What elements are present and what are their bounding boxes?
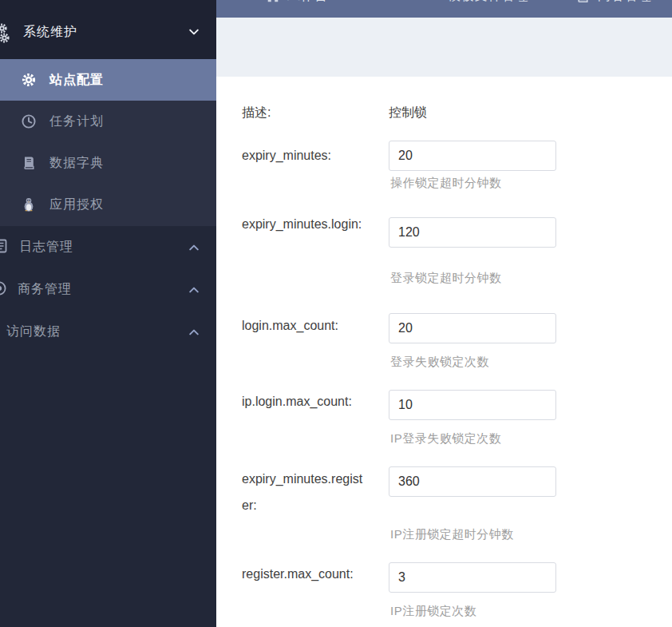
sidebar-group-label: 访问数据 [6, 323, 61, 340]
form-label: register.max_count: [242, 561, 364, 587]
sidebar-item-label: 站点配置 [49, 72, 104, 89]
form-label: login.max_count: [242, 312, 364, 339]
form-panel: 描述:控制锁expiry_minutes:操作锁定超时分钟数expiry_min… [216, 77, 672, 627]
code-icon: </> [425, 0, 441, 2]
sidebar-item-1[interactable]: 任务计划 [0, 101, 216, 142]
sidebar-item-active[interactable]: 站点配置 [0, 59, 216, 101]
book-icon [21, 155, 37, 171]
building-icon [266, 0, 280, 3]
sidebar-group-label: 日志管理 [19, 239, 73, 256]
form-help-text: IP注册锁定超时分钟数 [390, 526, 514, 543]
sidebar-group-label: 系统维护 [23, 24, 77, 41]
topbar-item-label: 模板文件管理 [448, 0, 529, 5]
form-help-text: 登录锁定超时分钟数 [390, 269, 502, 287]
sidebar-item-label: 数据字典 [49, 155, 104, 172]
form-label: 描述: [242, 99, 364, 125]
form-label: expiry_minutes: [242, 142, 364, 169]
sidebar-group-system-maintenance[interactable]: 系统维护 [0, 5, 216, 59]
chevron-down-icon [188, 26, 200, 38]
clock-icon [21, 113, 37, 129]
topbar-item-2[interactable]: 内容管理 [575, 0, 652, 18]
sidebar-group-label: 商务管理 [18, 281, 72, 298]
form-help-text: 操作锁定超时分钟数 [390, 174, 502, 192]
form-label: expiry_minutes.login: [242, 211, 364, 237]
form-input[interactable] [389, 313, 556, 343]
penguin-icon [21, 196, 37, 212]
topbar-item-label: 内容管理 [598, 0, 652, 5]
sidebar-group-0[interactable]: 日志管理 [0, 226, 216, 268]
chevron-up-icon [188, 284, 200, 296]
form-label: expiry_minutes.register: [242, 466, 364, 518]
chevron-up-icon [188, 241, 200, 254]
form-help-text: IP注册锁定次数 [390, 602, 476, 620]
form-help-text: 登录失败锁定次数 [390, 353, 489, 371]
sidebar-group-2[interactable]: 访问数据 [0, 311, 216, 353]
chevron-up-icon [188, 326, 200, 339]
topbar-item-0[interactable]: 工作台 [266, 0, 328, 18]
commerce-icon [0, 280, 7, 300]
sidebar-group-1[interactable]: 商务管理 [0, 268, 216, 311]
sidebar: 用户管理 系统维护 站点配置 任务计划 数据字典 应用授权 日志管理 商务管理 … [0, 0, 216, 627]
form-input[interactable] [389, 390, 556, 420]
form-input[interactable] [389, 466, 556, 497]
gear-icon [21, 72, 37, 88]
form-input[interactable] [389, 141, 556, 171]
form-static-value: 控制锁 [389, 99, 427, 125]
form-input[interactable] [389, 217, 556, 248]
book-icon [575, 0, 591, 4]
topbar-item-label: 工作台 [287, 0, 328, 5]
sidebar-item-2[interactable]: 数据字典 [0, 142, 216, 184]
log-icon [0, 238, 9, 257]
form-help-text: IP登录失败锁定次数 [390, 430, 501, 447]
topbar: « 工作台</>模板文件管理内容管理 [216, 0, 672, 18]
sidebar-item-3[interactable]: 应用授权 [0, 184, 216, 225]
sidebar-item-label: 任务计划 [49, 113, 104, 130]
form-input[interactable] [389, 562, 556, 593]
form-label: ip.login.max_count: [242, 388, 364, 415]
content-background [216, 18, 672, 77]
screen: 用户管理 系统维护 站点配置 任务计划 数据字典 应用授权 日志管理 商务管理 … [0, 0, 672, 627]
sidebar-item-label: 应用授权 [49, 196, 104, 213]
sidebar-submenu: 站点配置 任务计划 数据字典 应用授权 [0, 59, 216, 226]
sidebar-groups: 日志管理 商务管理 访问数据 [0, 226, 216, 627]
topbar-item-1[interactable]: </>模板文件管理 [425, 0, 529, 18]
collapse-sidebar-icon[interactable]: « [224, 0, 234, 5]
gears-icon [0, 24, 12, 40]
